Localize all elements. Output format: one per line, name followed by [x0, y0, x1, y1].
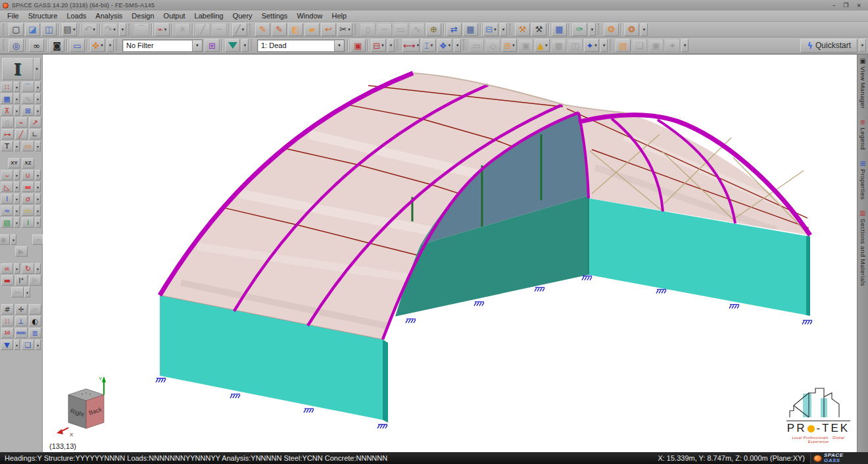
edit-area-tool-1[interactable]: ◧: [288, 23, 303, 36]
layers-button[interactable]: ≣: [29, 328, 41, 338]
section-property-button[interactable]: I⁴: [15, 275, 28, 286]
axial-diagram-button[interactable]: ▬: [22, 182, 34, 192]
model-viewport[interactable]: Right Back Y X (133,13): [43, 55, 857, 452]
rendered-section-button-dropdown[interactable]: ▾: [35, 217, 41, 228]
stress-display-button-dropdown[interactable]: ▾: [14, 193, 20, 204]
snapshot-button[interactable]: ◙: [49, 39, 64, 52]
notes-button[interactable]: ▤: [615, 39, 631, 52]
loads-more-dropdown[interactable]: ▾: [454, 39, 461, 52]
dimension-button[interactable]: ∟: [29, 129, 41, 140]
pin-display-button-dropdown[interactable]: ▾: [14, 340, 20, 350]
section-library-button[interactable]: I: [2, 58, 34, 80]
view-more-dropdown[interactable]: ▾: [107, 39, 114, 52]
edit-area-tool-2[interactable]: ▰: [304, 23, 320, 36]
menu-item-structure[interactable]: Structure: [24, 11, 62, 20]
edit-draw-tool-2[interactable]: ✎: [272, 23, 287, 36]
render-mode-button[interactable]: ▲▾: [535, 39, 550, 52]
menu-item-output[interactable]: Output: [159, 11, 190, 20]
axial-diagram-button-dropdown[interactable]: ▾: [35, 182, 41, 192]
origin-display-button[interactable]: ✛: [15, 304, 28, 315]
deflection-button[interactable]: ≈: [1, 205, 13, 216]
rotation-button[interactable]: ↻: [22, 263, 34, 274]
loadcase-more-dropdown[interactable]: ▾: [387, 39, 395, 52]
pin-display-button[interactable]: ▼: [1, 340, 13, 350]
member-link-button[interactable]: ∞: [1, 263, 13, 274]
support-tools-button-dropdown[interactable]: ▾: [14, 105, 20, 116]
bending-moment-button-dropdown[interactable]: ▾: [14, 170, 20, 180]
node-link-button[interactable]: ⊶: [1, 129, 14, 140]
copy-loads-button[interactable]: ⊞▾: [502, 39, 517, 52]
filter-tool-button[interactable]: [225, 39, 240, 52]
ruler-button[interactable]: ▭: [22, 141, 34, 151]
sigma-stress-button-dropdown[interactable]: ▾: [35, 193, 41, 204]
section-library-dropdown[interactable]: ▾: [34, 58, 41, 80]
filter-more-dropdown[interactable]: ▾: [241, 39, 249, 52]
bending-moment-button[interactable]: ⌣: [1, 170, 13, 180]
save-file-button[interactable]: ◫: [41, 23, 57, 36]
datasheets-button[interactable]: ▦: [552, 23, 567, 36]
move-more-dropdown[interactable]: ▾: [500, 23, 507, 36]
sidebar-tab-properties[interactable]: ⊞Properties: [859, 161, 867, 199]
paint-properties-tool[interactable]: ✑: [572, 23, 587, 36]
measure-button[interactable]: ▭: [70, 39, 85, 52]
text-annotation-button[interactable]: T: [1, 141, 13, 151]
close-button[interactable]: ×: [856, 1, 861, 10]
dimension-display-button[interactable]: 10: [1, 328, 14, 338]
sidebar-tab-legend[interactable]: ≣Legend: [859, 119, 867, 150]
node-loads-button[interactable]: ❖▾: [437, 39, 452, 52]
node-restraint-button[interactable]: ↗: [29, 117, 41, 128]
print-button[interactable]: ▤▾: [62, 23, 77, 36]
units-display-button[interactable]: mm: [15, 328, 28, 338]
chart-tool[interactable]: ▦: [463, 23, 478, 36]
menu-item-query[interactable]: Query: [228, 11, 257, 20]
deflection-button-dropdown[interactable]: ▾: [14, 205, 20, 216]
spline-tools-button-dropdown[interactable]: ▾: [35, 93, 41, 104]
renumber-members-button[interactable]: ❂: [624, 23, 639, 36]
support-tools-button[interactable]: ⊼: [1, 105, 13, 116]
load-case-combo[interactable]: 1: Dead▾: [257, 39, 345, 52]
repair-tool-1[interactable]: ⚒: [515, 23, 530, 36]
analysis-more-dropdown[interactable]: ▾: [600, 39, 608, 52]
edit-curve-tool[interactable]: ↩: [321, 23, 336, 36]
renumber-more-dropdown[interactable]: ▾: [640, 23, 648, 36]
text-annotation-button-dropdown[interactable]: ▾: [14, 141, 20, 151]
shear-diagram-button[interactable]: ◺: [1, 182, 13, 192]
member-loads-button[interactable]: ⟷▾: [402, 39, 420, 52]
shrink-tool[interactable]: ⇄: [446, 23, 462, 36]
menu-item-help[interactable]: Help: [327, 11, 352, 20]
minimize-button[interactable]: –: [832, 1, 836, 10]
menu-item-settings[interactable]: Settings: [257, 11, 293, 20]
filter-combo-arrow[interactable]: ▾: [192, 40, 202, 51]
selection-mode-button[interactable]: ❏: [22, 340, 34, 350]
new-file-button[interactable]: ▢: [9, 23, 24, 36]
node-type-button-dropdown[interactable]: ▾: [24, 287, 30, 297]
grid-display-button[interactable]: #: [1, 304, 14, 315]
rotation-button-dropdown[interactable]: ▾: [35, 263, 41, 274]
member-offset-button[interactable]: ⌁: [15, 117, 28, 128]
moment-diagram-button[interactable]: ∪: [22, 170, 34, 180]
plane-xz-button[interactable]: XZ: [22, 158, 34, 168]
arc-tools-button-dropdown[interactable]: ▾: [35, 82, 41, 92]
grid-tools-button[interactable]: ▦: [1, 93, 13, 104]
walk-through-button-dropdown[interactable]: ▾: [11, 234, 16, 245]
move-copy-tool[interactable]: ⊟▾: [483, 23, 498, 36]
analysis-tool-button[interactable]: ✦▾: [584, 39, 599, 52]
moment-diagram-button-dropdown[interactable]: ▾: [35, 170, 41, 180]
arc-tools-button[interactable]: ⌒: [22, 82, 34, 92]
renumber-nodes-button[interactable]: ❂: [604, 23, 619, 36]
sidebar-tab-view-manager[interactable]: ▣View Manager: [859, 58, 867, 109]
quickstart-button[interactable]: ϟQuickstart: [800, 39, 857, 53]
menu-item-window[interactable]: Window: [292, 11, 327, 20]
filter-copy-button[interactable]: ⊞: [205, 39, 220, 52]
plate-grid-button-dropdown[interactable]: ▾: [35, 105, 41, 116]
edit-draw-tool-1[interactable]: ✎: [255, 23, 270, 36]
load-case-combo-arrow[interactable]: ▾: [334, 40, 344, 51]
menu-item-analysis[interactable]: Analysis: [91, 11, 127, 20]
render-sphere-button[interactable]: ◐: [29, 316, 41, 326]
view-cube[interactable]: Right Back Y X: [57, 376, 106, 438]
rendered-section-button[interactable]: I: [22, 217, 34, 228]
filter-combo[interactable]: No Filter▾: [122, 39, 203, 52]
mesh-tool[interactable]: ⊕: [426, 23, 441, 36]
load-transfer-button[interactable]: ⊟▾: [371, 39, 386, 52]
grid-tools-button-dropdown[interactable]: ▾: [14, 93, 20, 104]
